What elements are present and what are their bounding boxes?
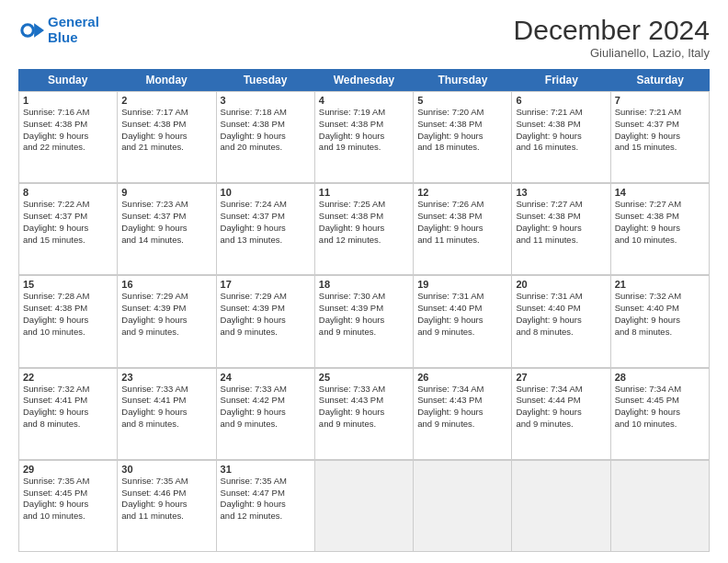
title-block: December 2024 Giulianello, Lazio, Italy [514, 15, 710, 60]
calendar-header: Sunday Monday Tuesday Wednesday Thursday… [18, 69, 710, 91]
day-18: 18 Sunrise: 7:30 AM Sunset: 4:39 PM Dayl… [315, 276, 414, 367]
day-11: 11 Sunrise: 7:25 AM Sunset: 4:38 PM Dayl… [315, 184, 414, 275]
day-14: 14 Sunrise: 7:27 AM Sunset: 4:38 PM Dayl… [611, 184, 710, 275]
logo-general: General [48, 14, 99, 29]
day-19: 19 Sunrise: 7:31 AM Sunset: 4:40 PM Dayl… [414, 276, 512, 367]
day-20: 20 Sunrise: 7:31 AM Sunset: 4:40 PM Dayl… [512, 276, 610, 367]
week-3: 15 Sunrise: 7:28 AM Sunset: 4:38 PM Dayl… [18, 275, 710, 367]
day-23: 23 Sunrise: 7:33 AM Sunset: 4:41 PM Dayl… [118, 369, 216, 460]
page: General Blue December 2024 Giulianello, … [0, 0, 728, 563]
empty-3 [512, 461, 610, 552]
day-28: 28 Sunrise: 7:34 AM Sunset: 4:45 PM Dayl… [611, 369, 710, 460]
header-tuesday: Tuesday [216, 69, 314, 91]
day-1: 1 Sunrise: 7:16 AM Sunset: 4:38 PM Dayli… [19, 92, 118, 183]
header-monday: Monday [117, 69, 215, 91]
empty-4 [611, 461, 710, 552]
logo-blue: Blue [48, 29, 78, 45]
day-13: 13 Sunrise: 7:27 AM Sunset: 4:38 PM Dayl… [512, 184, 610, 275]
header: General Blue December 2024 Giulianello, … [18, 15, 710, 60]
calendar: Sunday Monday Tuesday Wednesday Thursday… [18, 69, 710, 552]
header-saturday: Saturday [611, 69, 710, 91]
logo: General Blue [18, 15, 99, 45]
week-1: 1 Sunrise: 7:16 AM Sunset: 4:38 PM Dayli… [18, 91, 710, 183]
calendar-body: 1 Sunrise: 7:16 AM Sunset: 4:38 PM Dayli… [18, 91, 710, 552]
empty-2 [414, 461, 512, 552]
day-10: 10 Sunrise: 7:24 AM Sunset: 4:37 PM Dayl… [217, 184, 315, 275]
header-friday: Friday [512, 69, 610, 91]
day-5: 5 Sunrise: 7:20 AM Sunset: 4:38 PM Dayli… [414, 92, 512, 183]
header-sunday: Sunday [18, 69, 117, 91]
day-24: 24 Sunrise: 7:33 AM Sunset: 4:42 PM Dayl… [217, 369, 315, 460]
day-29: 29 Sunrise: 7:35 AM Sunset: 4:45 PM Dayl… [19, 461, 118, 552]
day-25: 25 Sunrise: 7:33 AM Sunset: 4:43 PM Dayl… [315, 369, 414, 460]
week-2: 8 Sunrise: 7:22 AM Sunset: 4:37 PM Dayli… [18, 183, 710, 275]
day-21: 21 Sunrise: 7:32 AM Sunset: 4:40 PM Dayl… [611, 276, 710, 367]
logo-icon [18, 17, 44, 43]
empty-1 [315, 461, 414, 552]
day-2: 2 Sunrise: 7:17 AM Sunset: 4:38 PM Dayli… [118, 92, 216, 183]
day-6: 6 Sunrise: 7:21 AM Sunset: 4:38 PM Dayli… [512, 92, 610, 183]
day-15: 15 Sunrise: 7:28 AM Sunset: 4:38 PM Dayl… [19, 276, 118, 367]
header-wednesday: Wednesday [314, 69, 413, 91]
logo-text: General Blue [48, 15, 99, 45]
day-9: 9 Sunrise: 7:23 AM Sunset: 4:37 PM Dayli… [118, 184, 216, 275]
week-4: 22 Sunrise: 7:32 AM Sunset: 4:41 PM Dayl… [18, 368, 710, 460]
svg-point-1 [23, 26, 31, 34]
day-12: 12 Sunrise: 7:26 AM Sunset: 4:38 PM Dayl… [414, 184, 512, 275]
day-3: 3 Sunrise: 7:18 AM Sunset: 4:38 PM Dayli… [217, 92, 315, 183]
day-8: 8 Sunrise: 7:22 AM Sunset: 4:37 PM Dayli… [19, 184, 118, 275]
svg-marker-2 [34, 23, 44, 38]
day-17: 17 Sunrise: 7:29 AM Sunset: 4:39 PM Dayl… [217, 276, 315, 367]
day-27: 27 Sunrise: 7:34 AM Sunset: 4:44 PM Dayl… [512, 369, 610, 460]
day-22: 22 Sunrise: 7:32 AM Sunset: 4:41 PM Dayl… [19, 369, 118, 460]
day-16: 16 Sunrise: 7:29 AM Sunset: 4:39 PM Dayl… [118, 276, 216, 367]
day-30: 30 Sunrise: 7:35 AM Sunset: 4:46 PM Dayl… [118, 461, 216, 552]
location: Giulianello, Lazio, Italy [514, 46, 710, 60]
day-4: 4 Sunrise: 7:19 AM Sunset: 4:38 PM Dayli… [315, 92, 414, 183]
day-26: 26 Sunrise: 7:34 AM Sunset: 4:43 PM Dayl… [414, 369, 512, 460]
day-31: 31 Sunrise: 7:35 AM Sunset: 4:47 PM Dayl… [217, 461, 315, 552]
header-thursday: Thursday [414, 69, 512, 91]
week-5: 29 Sunrise: 7:35 AM Sunset: 4:45 PM Dayl… [18, 460, 710, 552]
month-title: December 2024 [514, 15, 710, 46]
day-7: 7 Sunrise: 7:21 AM Sunset: 4:37 PM Dayli… [611, 92, 710, 183]
